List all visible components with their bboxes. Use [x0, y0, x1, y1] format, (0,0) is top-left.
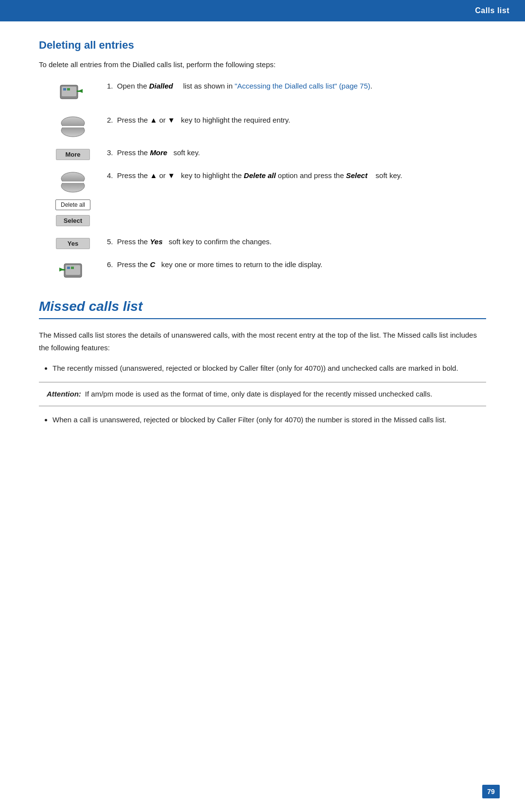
select-button: Select [56, 215, 90, 226]
step-text-5: 5. Press the Yes soft key to confirm the… [107, 236, 486, 248]
step-text-1: 1. Open the Dialled list as shown in "Ac… [107, 80, 486, 92]
attention-label: Attention: [47, 388, 81, 400]
step-row-4: Delete all Select 4. Press the ▲ or ▼ ke… [39, 170, 486, 226]
bullet-item-1: The recently missed (unanswered, rejecte… [52, 362, 486, 374]
step-icon-6 [39, 259, 107, 283]
phone-back-icon [58, 261, 88, 283]
svg-point-7 [61, 127, 85, 137]
step-icon-2 [39, 114, 107, 137]
svg-rect-3 [77, 90, 83, 92]
section1-title: Deleting all entries [39, 39, 486, 52]
section1-intro: To delete all entries from the Dialled c… [39, 60, 486, 69]
step-row-1: 1. Open the Dialled list as shown in "Ac… [39, 80, 486, 105]
page-number: 79 [482, 785, 500, 798]
nav-down-icon-2 [60, 183, 86, 193]
yes-button: Yes [56, 238, 90, 249]
svg-point-6 [61, 117, 85, 126]
step-row-6: 6. Press the C key one or more times to … [39, 259, 486, 283]
nav-up-icon [60, 116, 86, 126]
step-icon-4: Delete all Select [39, 170, 107, 226]
svg-rect-14 [67, 267, 70, 269]
header-bar: Calls list [0, 0, 525, 21]
steps-container: 1. Open the Dialled list as shown in "Ac… [39, 80, 486, 283]
svg-rect-4 [63, 88, 66, 90]
bullet-item-2: When a call is unanswered, rejected or b… [52, 414, 486, 426]
step-icon-3: More [39, 147, 107, 160]
svg-point-8 [61, 172, 85, 181]
missed-calls-section: Missed calls list The Missed calls list … [39, 299, 486, 426]
header-title: Calls list [475, 6, 509, 15]
svg-rect-15 [71, 267, 74, 269]
step-icon-1 [39, 80, 107, 105]
nav-down-icon [60, 127, 86, 137]
svg-rect-13 [59, 269, 65, 271]
step-row-3: More 3. Press the More soft key. [39, 147, 486, 160]
missed-calls-bullets: The recently missed (unanswered, rejecte… [52, 362, 486, 374]
phone-forward-icon [59, 82, 87, 105]
step-row-5: Yes 5. Press the Yes soft key to confirm… [39, 236, 486, 249]
more-button: More [56, 149, 90, 160]
svg-point-9 [61, 183, 85, 192]
step-text-2: 2. Press the ▲ or ▼ key to highlight the… [107, 114, 486, 126]
step-icon-5: Yes [39, 236, 107, 249]
step-text-6: 6. Press the C key one or more times to … [107, 259, 486, 271]
missed-calls-title: Missed calls list [39, 299, 486, 319]
delete-all-button: Delete all [55, 199, 90, 210]
attention-box: Attention: If am/pm mode is used as the … [39, 382, 486, 406]
svg-rect-5 [67, 88, 70, 90]
nav-up-icon-2 [60, 172, 86, 181]
attention-text: If am/pm mode is used as the format of t… [85, 388, 433, 400]
step-text-3: 3. Press the More soft key. [107, 147, 486, 159]
step-text-4: 4. Press the ▲ or ▼ key to highlight the… [107, 170, 486, 181]
missed-calls-bullets-2: When a call is unanswered, rejected or b… [52, 414, 486, 426]
missed-calls-intro: The Missed calls list stores the details… [39, 329, 486, 354]
step-row-2: 2. Press the ▲ or ▼ key to highlight the… [39, 114, 486, 137]
